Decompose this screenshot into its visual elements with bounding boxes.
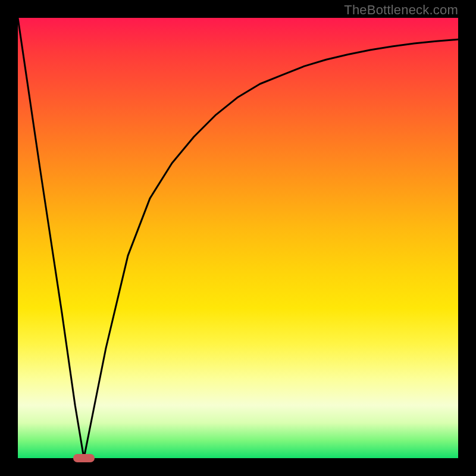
curve-svg <box>18 18 458 458</box>
optimal-marker <box>73 454 95 462</box>
watermark-text: TheBottleneck.com <box>344 2 458 18</box>
plot-area <box>18 18 458 458</box>
bottleneck-curve <box>18 18 458 458</box>
chart-frame: TheBottleneck.com <box>0 0 476 476</box>
